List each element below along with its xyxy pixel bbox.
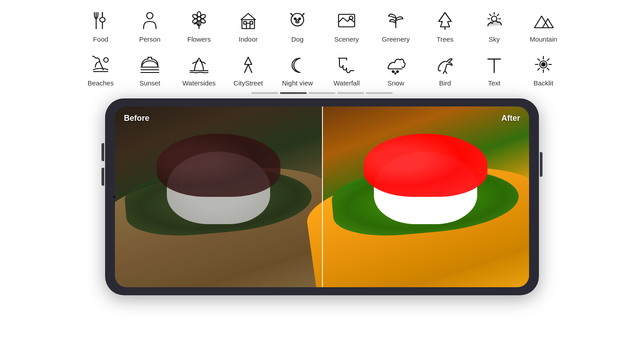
text-icon (483, 52, 505, 76)
svg-point-35 (104, 58, 108, 62)
icon-item-beaches: Beaches (76, 48, 125, 90)
svg-point-5 (147, 13, 153, 19)
beaches-icon (90, 52, 111, 76)
icons-section: Food Person (0, 0, 644, 92)
after-label: After (501, 114, 520, 123)
before-label: Before (124, 114, 149, 123)
citystreet-label: CityStreet (233, 79, 263, 87)
person-icon (139, 8, 161, 33)
backlit-label: Backlit (534, 79, 553, 87)
svg-point-20 (299, 18, 301, 20)
icon-item-indoor: Indoor (224, 4, 273, 47)
cheese-after (374, 152, 478, 224)
front-camera (111, 194, 117, 200)
icon-item-food: Food (76, 4, 125, 47)
mountain-icon (533, 8, 554, 33)
svg-line-56 (538, 68, 540, 70)
svg-point-42 (392, 71, 394, 72)
trees-icon (434, 8, 456, 33)
icon-item-bird: Bird (420, 48, 470, 90)
scenery-icon (336, 8, 357, 33)
flowers-icon (188, 8, 210, 33)
backlit-icon (533, 52, 554, 76)
icon-item-sunset: Sunset (125, 48, 174, 90)
dog-icon (287, 8, 308, 33)
indoor-label: Indoor (239, 35, 258, 43)
nightview-label: Night view (282, 79, 313, 87)
after-food-layer (322, 106, 529, 287)
icon-item-flowers: Flowers (174, 4, 224, 47)
phone-frame: Before After (105, 98, 539, 295)
sunset-label: Sunset (140, 79, 161, 87)
scenery-label: Scenery (334, 35, 359, 43)
svg-rect-17 (250, 21, 253, 24)
greenery-label: Greenery (382, 35, 410, 43)
svg-point-43 (397, 71, 398, 72)
flowers-label: Flowers (187, 35, 211, 43)
icon-item-snow: Snow (371, 48, 420, 90)
before-food-layer (115, 106, 322, 287)
icon-item-text: Text (470, 48, 519, 90)
icon-item-greenery: Greenery (371, 4, 420, 47)
icon-item-dog: Dog (273, 4, 322, 47)
toppings-after (364, 134, 488, 197)
icon-row-2: Beaches Sunset (76, 48, 568, 90)
beaches-label: Beaches (88, 79, 114, 87)
icon-item-watersides: Watersides (174, 48, 224, 90)
cheese-before (167, 152, 271, 224)
flatbread-before (115, 155, 347, 287)
svg-rect-15 (246, 23, 250, 29)
icon-item-mountain: Mountain (519, 4, 568, 47)
svg-line-53 (538, 59, 540, 60)
herbs-before (123, 162, 314, 241)
volume-up-button (102, 143, 104, 161)
svg-point-19 (294, 18, 296, 20)
bird-icon (434, 52, 456, 76)
bird-label: Bird (439, 79, 451, 87)
scroll-tab-1 (251, 92, 278, 94)
scroll-tab-4 (337, 92, 364, 94)
phone-screen: Before After (115, 106, 529, 287)
flatbread-after (302, 155, 529, 287)
svg-point-21 (296, 20, 299, 21)
scroll-tab-2 (280, 92, 307, 94)
snow-label: Snow (387, 79, 404, 87)
trees-label: Trees (436, 35, 453, 43)
svg-point-44 (395, 72, 396, 74)
svg-line-55 (547, 59, 549, 60)
dog-label: Dog (291, 35, 304, 43)
after-image (322, 106, 529, 287)
toppings-before (157, 134, 281, 197)
sky-label: Sky (488, 35, 500, 43)
text-label: Text (488, 79, 500, 87)
watersides-label: Watersides (182, 79, 216, 87)
icon-item-backlit: Backlit (519, 48, 568, 90)
indoor-icon (237, 8, 259, 33)
scroll-tab-3 (309, 92, 335, 94)
icon-item-nightview: Night view (273, 48, 322, 90)
svg-line-54 (547, 68, 549, 70)
scroll-tabs (0, 92, 644, 94)
watersides-icon (188, 52, 210, 76)
citystreet-icon (237, 52, 259, 76)
svg-point-3 (100, 17, 105, 22)
icon-item-sky: Sky (470, 4, 519, 47)
icon-item-citystreet: CityStreet (224, 48, 273, 90)
svg-point-48 (542, 63, 545, 66)
icon-item-waterfall: Waterfall (322, 48, 371, 90)
food-icon (90, 8, 111, 33)
waterfall-label: Waterfall (334, 79, 360, 87)
svg-line-32 (497, 14, 499, 16)
icon-item-trees: Trees (420, 4, 470, 47)
nightview-icon (287, 52, 308, 76)
phone-wrapper: Before After (0, 98, 644, 295)
icon-row-1: Food Person (76, 4, 568, 47)
person-label: Person (139, 35, 161, 43)
mountain-label: Mountain (530, 35, 557, 43)
scroll-tab-5 (366, 92, 393, 94)
food-label: Food (93, 35, 108, 43)
icon-item-person: Person (125, 4, 174, 47)
snow-icon (385, 52, 407, 76)
svg-rect-16 (244, 21, 246, 24)
waterfall-icon (336, 52, 357, 76)
